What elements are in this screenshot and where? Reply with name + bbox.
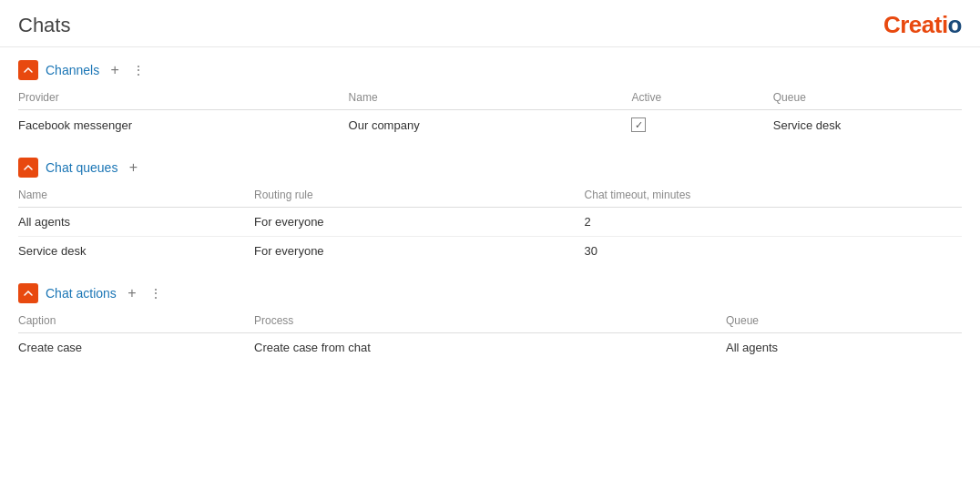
channels-section: Channels + ⋮ Provider Name Active Queue … xyxy=(18,60,962,139)
actions-table: Caption Process Queue Create case Create… xyxy=(18,311,962,362)
queue-timeout: 30 xyxy=(585,237,962,266)
actions-section: Chat actions + ⋮ Caption Process Queue C… xyxy=(18,283,962,362)
channel-active[interactable] xyxy=(631,110,772,140)
queues-table: Name Routing rule Chat timeout, minutes … xyxy=(18,185,962,265)
channel-provider: Facebook messenger xyxy=(18,110,349,140)
channels-col-queue: Queue xyxy=(773,87,962,110)
actions-col-caption: Caption xyxy=(18,311,254,333)
channels-col-active: Active xyxy=(631,87,772,110)
channels-col-name: Name xyxy=(349,87,632,110)
queue-timeout: 2 xyxy=(585,208,962,237)
channel-queue: Service desk xyxy=(773,110,962,140)
queue-name[interactable]: Service desk xyxy=(18,237,254,266)
actions-title[interactable]: Chat actions xyxy=(46,286,117,301)
actions-col-queue: Queue xyxy=(726,311,962,333)
queues-title[interactable]: Chat queues xyxy=(46,160,117,175)
active-checkbox[interactable] xyxy=(631,117,646,132)
table-row: Create case Create case from chat All ag… xyxy=(18,333,962,362)
queues-col-timeout: Chat timeout, minutes xyxy=(585,185,962,208)
channels-col-provider: Provider xyxy=(18,87,349,110)
chevron-up-icon-queues xyxy=(24,163,33,172)
actions-menu-button[interactable]: ⋮ xyxy=(148,285,164,301)
channels-add-button[interactable]: + xyxy=(107,62,123,78)
chevron-up-icon xyxy=(24,66,33,75)
queues-col-routing: Routing rule xyxy=(254,185,585,208)
queues-add-button[interactable]: + xyxy=(125,159,141,176)
action-queue: All agents xyxy=(726,333,962,362)
channel-name[interactable]: Our company xyxy=(349,110,632,140)
actions-add-button[interactable]: + xyxy=(124,285,140,301)
queues-toggle[interactable] xyxy=(18,158,38,178)
action-caption[interactable]: Create case xyxy=(18,333,254,362)
queue-name[interactable]: All agents xyxy=(18,208,254,237)
actions-col-process: Process xyxy=(254,311,726,333)
queues-section: Chat queues + Name Routing rule Chat tim… xyxy=(18,158,962,265)
channels-toggle[interactable] xyxy=(18,60,38,80)
table-row: All agents For everyone 2 xyxy=(18,208,962,237)
channels-menu-button[interactable]: ⋮ xyxy=(130,62,147,78)
channels-title[interactable]: Channels xyxy=(46,63,99,77)
chevron-up-icon-actions xyxy=(24,289,33,298)
table-row: Facebook messenger Our company Service d… xyxy=(18,110,962,140)
channels-table: Provider Name Active Queue Facebook mess… xyxy=(18,87,962,139)
page-title: Chats xyxy=(18,14,70,37)
queue-routing: For everyone xyxy=(254,208,585,237)
action-process[interactable]: Create case from chat xyxy=(254,333,726,362)
table-row: Service desk For everyone 30 xyxy=(18,237,962,266)
creatio-logo: Creatio xyxy=(883,11,962,39)
queues-col-name: Name xyxy=(18,185,254,208)
queue-routing: For everyone xyxy=(254,237,585,266)
actions-toggle[interactable] xyxy=(18,283,38,303)
